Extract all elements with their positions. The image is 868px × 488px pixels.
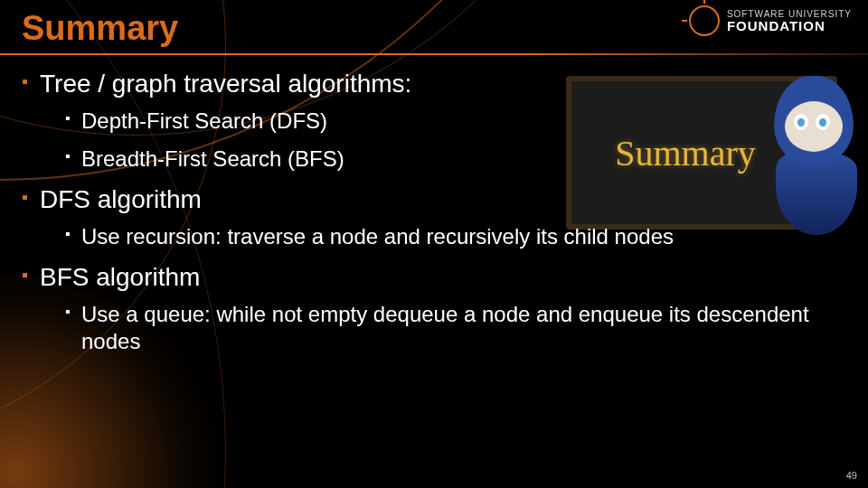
bullet-item: DFS algorithm Use recursion: traverse a … [22, 185, 846, 250]
bullet-text: Breadth-First Search (BFS) [81, 146, 344, 171]
bullet-text: DFS algorithm [40, 185, 202, 213]
bullet-list: Tree / graph traversal algorithms: Depth… [22, 70, 846, 355]
slide: SOFTWARE UNIVERSITY FOUNDATION Summary S… [0, 0, 868, 488]
bullet-item: BFS algorithm Use a queue: while not emp… [22, 263, 846, 355]
bullet-text: BFS algorithm [40, 263, 200, 291]
subbullet-item: Use a queue: while not empty dequeue a n… [65, 301, 846, 355]
subbullet-item: Breadth-First Search (BFS) [65, 145, 846, 173]
lightbulb-icon [689, 5, 720, 36]
subbullet-item: Depth-First Search (DFS) [65, 108, 846, 135]
logo: SOFTWARE UNIVERSITY FOUNDATION [689, 5, 852, 36]
page-number: 49 [846, 470, 857, 481]
title-underline [0, 53, 868, 55]
bullet-text: Depth-First Search (DFS) [81, 108, 327, 133]
logo-line1: SOFTWARE UNIVERSITY [727, 10, 852, 19]
bullet-text: Tree / graph traversal algorithms: [40, 70, 411, 98]
bullet-item: Tree / graph traversal algorithms: Depth… [22, 70, 846, 173]
bullet-text: Use recursion: traverse a node and recur… [81, 224, 674, 249]
bullet-text: Use a queue: while not empty dequeue a n… [81, 302, 809, 353]
logo-line2: FOUNDATION [727, 19, 852, 33]
subbullet-item: Use recursion: traverse a node and recur… [65, 223, 846, 250]
